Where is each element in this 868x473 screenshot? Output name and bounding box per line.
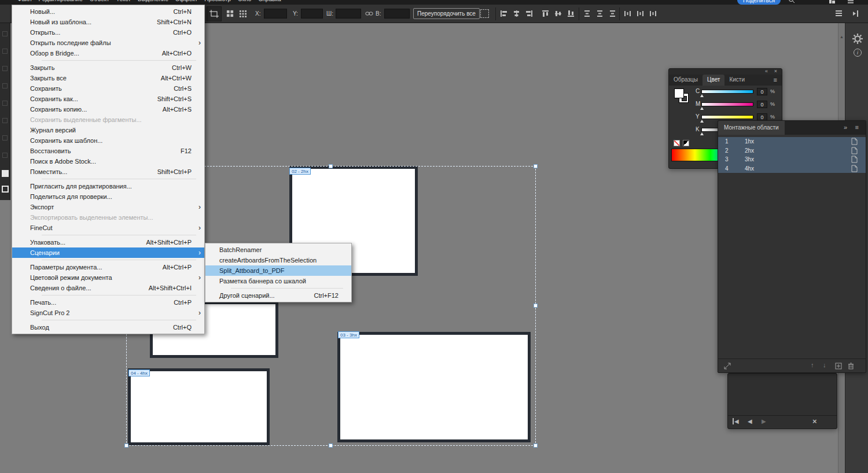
fill-swatch[interactable] — [674, 88, 684, 98]
file-menu-item[interactable]: Поиск в Adobe Stock... › — [12, 156, 204, 167]
artboard-page-icon[interactable] — [851, 165, 858, 172]
tool-icon[interactable] — [2, 101, 8, 106]
artboard-options-icon[interactable] — [480, 9, 489, 18]
artboard-row[interactable]: 4 4hx — [718, 164, 866, 173]
step-back-icon[interactable]: ◀ — [733, 418, 739, 424]
distribute-center-vertical-icon[interactable] — [596, 10, 604, 17]
new-artboard-icon[interactable] — [835, 363, 842, 369]
menu-справка[interactable]: Справка — [258, 0, 281, 2]
file-menu-item[interactable]: Восстановить F12 › — [12, 146, 204, 156]
file-menu-item[interactable]: Сведения о файле... Alt+Shift+Ctrl+I › — [12, 283, 204, 293]
file-menu-item[interactable]: Экспорт › — [12, 202, 204, 212]
rearrange-all-button[interactable]: Переупорядочить все — [413, 8, 480, 19]
scripts-menu-item[interactable]: Split_Attboard_to_PDF › — [205, 265, 351, 276]
grid-dots-icon[interactable] — [239, 10, 247, 17]
selection-handle[interactable] — [329, 164, 333, 168]
distribute-left-icon[interactable] — [624, 10, 631, 17]
menu-файл[interactable]: Файл — [17, 0, 32, 2]
link-dimensions-icon[interactable] — [365, 10, 373, 17]
artboard-page-icon[interactable] — [851, 138, 858, 145]
file-menu-item[interactable]: › — [12, 318, 204, 322]
align-middle-vertical-icon[interactable] — [554, 10, 562, 17]
artboard-row[interactable]: 3 3hx — [718, 155, 866, 164]
menu-просмотр[interactable]: Просмотр — [204, 0, 231, 2]
file-menu-item[interactable]: Новый из шаблона... Shift+Ctrl+N › — [12, 17, 204, 27]
settings-gear-icon[interactable] — [852, 34, 863, 44]
channel-y-slider-handle[interactable] — [700, 120, 704, 123]
artboard-row-name[interactable]: 1hx — [745, 138, 754, 145]
selection-handle[interactable] — [534, 304, 538, 308]
file-menu-item[interactable]: › — [12, 58, 204, 62]
file-menu-item[interactable]: Открыть последние файлы › — [12, 38, 204, 48]
scripts-menu-item[interactable]: Разметка баннера со шкалой › — [205, 276, 351, 286]
tool-icon[interactable] — [2, 31, 8, 36]
file-menu-item[interactable]: › — [12, 233, 204, 237]
file-menu-item[interactable]: Сохранить как... Shift+Ctrl+S › — [12, 94, 204, 104]
share-button[interactable]: Поделиться — [737, 0, 781, 5]
file-menu-item[interactable]: Новый... Ctrl+N › — [12, 6, 204, 17]
file-menu-item[interactable]: Выход Ctrl+Q › — [12, 322, 204, 332]
tool-icon[interactable] — [2, 135, 8, 141]
scripts-menu-item[interactable]: BatchRenamer › — [205, 245, 351, 255]
file-menu-item[interactable]: SignCut Pro 2 › — [12, 308, 204, 318]
menu-объект[interactable]: Объект — [90, 0, 109, 2]
scripts-menu-item[interactable]: createArtboardsFromTheSelection › — [205, 255, 351, 265]
scripts-menu-item[interactable]: › — [205, 286, 351, 290]
move-down-icon[interactable]: ↓ — [823, 361, 826, 368]
artboard-tool-button[interactable] — [207, 6, 222, 21]
fill-color-tool-icon[interactable] — [2, 170, 9, 177]
rearrange-artboards-icon[interactable] — [724, 363, 731, 369]
align-right-icon[interactable] — [525, 10, 533, 17]
play-back-icon[interactable]: ◀ — [748, 418, 752, 424]
width-input[interactable] — [336, 9, 361, 19]
collapse-panel-icon[interactable]: « — [765, 68, 768, 74]
file-menu-item[interactable]: Сохранить как шаблон... › — [12, 135, 204, 146]
file-menu-item[interactable]: Сохранить Ctrl+S › — [12, 83, 204, 94]
distribute-right-icon[interactable] — [649, 10, 657, 17]
selection-handle[interactable] — [534, 444, 538, 448]
file-menu-item[interactable]: Цветовой режим документа › — [12, 272, 204, 283]
height-input[interactable] — [384, 9, 410, 19]
channel-c-slider-handle[interactable] — [700, 94, 704, 97]
channel-y-slider[interactable] — [701, 115, 753, 119]
file-menu-item[interactable]: Пригласить для редактирования... › — [12, 181, 204, 191]
artboard-page-icon[interactable] — [851, 147, 858, 154]
move-up-icon[interactable]: ↑ — [811, 361, 814, 368]
selection-handle[interactable] — [534, 164, 538, 168]
artboard-row-name[interactable]: 2hx — [745, 147, 754, 154]
file-menu-item[interactable]: Закрыть Ctrl+W › — [12, 62, 204, 73]
tool-icon[interactable] — [2, 66, 8, 71]
file-menu-item[interactable]: Открыть... Ctrl+O › — [12, 27, 204, 38]
artboard-row-name[interactable]: 3hx — [745, 156, 754, 162]
x-input[interactable] — [264, 9, 287, 19]
tab-brushes[interactable]: Кисти — [724, 75, 749, 86]
file-menu-item[interactable]: Сохранить выделенные фрагменты... › — [12, 114, 204, 125]
selection-handle[interactable] — [124, 444, 128, 448]
artboard-row[interactable]: 2 2hx — [718, 146, 866, 156]
channel-c-value[interactable]: 0 — [757, 88, 767, 95]
distribute-bottom-icon[interactable] — [609, 10, 616, 17]
close-panel-icon[interactable]: × — [774, 68, 777, 74]
collapse-panel-icon[interactable]: » — [844, 124, 847, 131]
artboard-row-name[interactable]: 4hx — [745, 165, 754, 172]
file-menu-item[interactable]: Журнал версий › — [12, 125, 204, 135]
panel-menu-icon[interactable]: ≡ — [855, 124, 859, 131]
file-menu-item[interactable]: Упаковать... Alt+Shift+Ctrl+P › — [12, 237, 204, 247]
stroke-color-tool-icon[interactable] — [2, 186, 9, 193]
align-top-icon[interactable] — [542, 10, 549, 17]
tool-icon[interactable] — [2, 153, 8, 158]
layout-icon[interactable] — [829, 0, 836, 4]
menu-выделение[interactable]: Выделение — [138, 0, 168, 2]
align-left-icon[interactable] — [500, 10, 507, 17]
align-center-horizontal-icon[interactable] — [513, 10, 520, 17]
scripts-menu-item[interactable]: Другой сценарий... Ctrl+F12 › — [205, 290, 351, 301]
workspace-icon[interactable] — [835, 10, 843, 17]
file-menu-item[interactable]: Поместить... Shift+Ctrl+P › — [12, 167, 204, 177]
file-menu-item[interactable]: › — [12, 293, 204, 297]
file-menu-item[interactable]: Экспортировать выделенные элементы... › — [12, 212, 204, 223]
channel-m-slider[interactable] — [701, 102, 753, 106]
scrollbar-up-icon[interactable]: ▲ — [840, 35, 844, 39]
channel-m-value[interactable]: 0 — [757, 101, 767, 108]
menu-редактирование[interactable]: Редактирование — [39, 0, 83, 2]
artboard-page-icon[interactable] — [851, 156, 858, 163]
